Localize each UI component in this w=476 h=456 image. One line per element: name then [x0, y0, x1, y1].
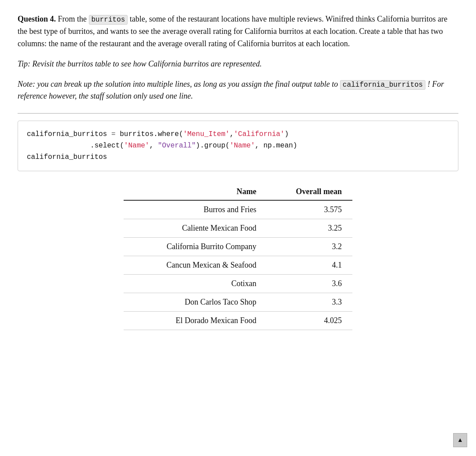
table-header-row: Name Overall mean	[124, 184, 352, 200]
col-header-name: Name	[124, 184, 271, 200]
table-row: Cancun Mexican & Seafood4.1	[124, 256, 352, 275]
table-cell-name: El Dorado Mexican Food	[124, 312, 271, 330]
note-prefix: Note: you can break up the solution into…	[18, 80, 340, 88]
code-str-name2: 'Name'	[230, 142, 255, 150]
tip-text: Tip: Revisit the burritos table to see h…	[18, 58, 458, 70]
table-row: Don Carlos Taco Shop3.3	[124, 293, 352, 312]
table-name-code: burritos	[89, 15, 128, 25]
note-text: Note: you can break up the solution into…	[18, 78, 458, 103]
data-table-wrapper: Name Overall mean Burros and Fries3.575C…	[18, 184, 458, 330]
note-code: california_burritos	[340, 80, 425, 90]
table-cell-name: Don Carlos Taco Shop	[124, 293, 271, 312]
question-number-bold: Question 4.	[18, 15, 56, 23]
table-cell-name: California Burrito Company	[124, 238, 271, 256]
table-cell-value: 3.3	[271, 293, 352, 312]
table-cell-name: Burros and Fries	[124, 200, 271, 219]
question-intro: From the	[56, 15, 89, 23]
table-head: Name Overall mean	[124, 184, 352, 200]
data-table: Name Overall mean Burros and Fries3.575C…	[124, 184, 352, 330]
code-str-overall: "Overall"	[158, 142, 196, 150]
table-cell-value: 4.1	[271, 256, 352, 275]
table-cell-value: 3.575	[271, 200, 352, 219]
table-row: Cotixan3.6	[124, 275, 352, 293]
code-str-california: 'California'	[234, 130, 285, 138]
table-row: El Dorado Mexican Food4.025	[124, 312, 352, 330]
question-text: Question 4. From the burritos table, som…	[18, 13, 458, 50]
table-row: Caliente Mexican Food3.25	[124, 219, 352, 238]
col-header-overall: Overall mean	[271, 184, 352, 200]
table-body: Burros and Fries3.575Caliente Mexican Fo…	[124, 200, 352, 330]
code-block: california_burritos = burritos.where('Me…	[18, 121, 458, 171]
code-comma2: ,	[149, 142, 157, 150]
code-group: ).group(	[196, 142, 230, 150]
divider	[18, 113, 458, 114]
code-line1-where: burritos.where(	[116, 130, 183, 138]
code-str-name: 'Name'	[124, 142, 150, 150]
table-cell-name: Caliente Mexican Food	[124, 219, 271, 238]
table-cell-value: 4.025	[271, 312, 352, 330]
question-block: Question 4. From the burritos table, som…	[18, 13, 458, 103]
table-cell-name: Cancun Mexican & Seafood	[124, 256, 271, 275]
table-row: Burros and Fries3.575	[124, 200, 352, 219]
code-equals: =	[111, 130, 116, 138]
code-comma3: ,	[255, 142, 264, 150]
scroll-to-top-button[interactable]: ▲	[453, 433, 467, 447]
code-comma1: ,	[230, 130, 234, 138]
table-row: California Burrito Company3.2	[124, 238, 352, 256]
table-cell-value: 3.6	[271, 275, 352, 293]
table-cell-value: 3.2	[271, 238, 352, 256]
code-str-menu-item: 'Menu_Item'	[183, 130, 230, 138]
table-cell-name: Cotixan	[124, 275, 271, 293]
code-line1-var: california_burritos	[27, 130, 111, 138]
table-cell-value: 3.25	[271, 219, 352, 238]
